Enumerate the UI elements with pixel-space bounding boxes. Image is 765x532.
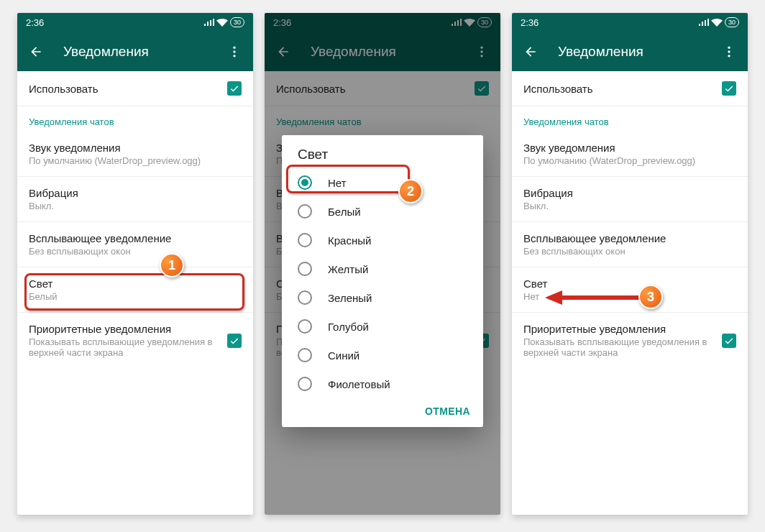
status-icons: 30 bbox=[699, 17, 739, 27]
option-label: Белый bbox=[328, 206, 361, 218]
option-label: Голубой bbox=[328, 321, 369, 333]
light-option-violet[interactable]: Фиолетовый bbox=[282, 370, 483, 398]
status-bar: 2:36 30 bbox=[512, 13, 748, 32]
option-label: Синий bbox=[328, 349, 359, 362]
svg-point-7 bbox=[728, 50, 730, 52]
row-vibration[interactable]: Вибрация Выкл. bbox=[512, 177, 748, 222]
phone-screen-2: 2:36 30 Уведомления Использовать Уведомл… bbox=[265, 13, 500, 515]
light-value: Нет bbox=[523, 291, 736, 302]
page-title: Уведомления bbox=[558, 44, 722, 60]
row-use-notifications[interactable]: Использовать bbox=[17, 71, 253, 106]
priority-checkbox[interactable] bbox=[227, 334, 242, 348]
more-menu-button[interactable] bbox=[722, 45, 736, 59]
use-checkbox[interactable] bbox=[227, 81, 242, 96]
app-bar: Уведомления bbox=[512, 32, 748, 71]
option-label: Желтый bbox=[328, 263, 368, 275]
back-button[interactable] bbox=[29, 45, 43, 59]
priority-label: Приоритетные уведомления bbox=[29, 323, 227, 335]
phone-screen-3: 2:36 30 Уведомления Использовать Уведомл… bbox=[512, 13, 748, 515]
light-option-lightblue[interactable]: Голубой bbox=[282, 312, 483, 341]
svg-point-2 bbox=[233, 55, 235, 57]
section-chat-notifications: Уведомления чатов bbox=[512, 106, 748, 132]
vibration-value: Выкл. bbox=[523, 201, 736, 211]
check-icon bbox=[724, 336, 734, 346]
radio-icon bbox=[298, 348, 312, 362]
radio-icon bbox=[298, 377, 312, 391]
light-dialog: Свет Нет Белый Красный Желтый Зеленый Го… bbox=[282, 135, 483, 427]
settings-list: Использовать Уведомления чатов Звук увед… bbox=[17, 71, 253, 368]
phone-screen-1: 2:36 30 Уведомления Использовать Уведомл… bbox=[17, 13, 253, 515]
row-light[interactable]: Свет Нет bbox=[512, 267, 748, 313]
sound-label: Звук уведомления bbox=[29, 142, 242, 154]
row-priority[interactable]: Приоритетные уведомления Показывать вспл… bbox=[17, 313, 253, 368]
popup-label: Всплывающее уведомление bbox=[29, 232, 242, 244]
row-popup[interactable]: Всплывающее уведомление Без всплывающих … bbox=[512, 222, 748, 267]
light-option-white[interactable]: Белый bbox=[282, 197, 483, 226]
vibration-label: Вибрация bbox=[523, 187, 736, 199]
check-icon bbox=[724, 83, 734, 93]
option-label: Нет bbox=[328, 177, 347, 189]
popup-label: Всплывающее уведомление bbox=[523, 232, 736, 244]
battery-icon: 30 bbox=[230, 17, 244, 27]
light-label: Свет bbox=[29, 278, 242, 290]
radio-icon bbox=[298, 175, 312, 190]
radio-icon bbox=[298, 262, 312, 276]
svg-point-8 bbox=[728, 55, 730, 57]
svg-point-1 bbox=[233, 50, 235, 52]
signal-icon bbox=[699, 19, 709, 26]
option-label: Фиолетовый bbox=[328, 378, 390, 390]
section-chat-notifications: Уведомления чатов bbox=[17, 106, 253, 132]
radio-icon bbox=[298, 319, 312, 334]
wifi-icon bbox=[711, 19, 723, 27]
radio-icon bbox=[298, 233, 312, 247]
option-label: Зеленый bbox=[328, 292, 372, 304]
more-menu-button[interactable] bbox=[227, 45, 242, 59]
row-notification-sound[interactable]: Звук уведомления По умолчанию (WaterDrop… bbox=[17, 132, 253, 177]
status-time: 2:36 bbox=[521, 17, 699, 28]
status-time: 2:36 bbox=[26, 17, 204, 28]
row-notification-sound[interactable]: Звук уведомления По умолчанию (WaterDrop… bbox=[512, 132, 748, 177]
app-bar: Уведомления bbox=[17, 32, 253, 71]
back-button[interactable] bbox=[523, 45, 538, 59]
row-light[interactable]: Свет Белый bbox=[17, 267, 253, 313]
option-label: Красный bbox=[328, 234, 371, 247]
popup-value: Без всплывающих окон bbox=[29, 246, 242, 257]
use-label: Использовать bbox=[523, 83, 722, 95]
vibration-label: Вибрация bbox=[29, 187, 242, 199]
sound-label: Звук уведомления bbox=[523, 142, 736, 154]
use-label: Использовать bbox=[29, 83, 227, 95]
page-title: Уведомления bbox=[63, 44, 227, 60]
radio-icon bbox=[298, 290, 312, 305]
svg-point-0 bbox=[233, 46, 235, 48]
light-label: Свет bbox=[523, 278, 736, 290]
light-option-blue[interactable]: Синий bbox=[282, 341, 483, 370]
wifi-icon bbox=[216, 19, 228, 27]
popup-value: Без всплывающих окон bbox=[523, 246, 736, 257]
row-use-notifications[interactable]: Использовать bbox=[512, 71, 748, 106]
row-vibration[interactable]: Вибрация Выкл. bbox=[17, 177, 253, 222]
light-option-green[interactable]: Зеленый bbox=[282, 283, 483, 312]
radio-icon bbox=[298, 204, 312, 219]
status-icons: 30 bbox=[204, 17, 244, 27]
check-icon bbox=[229, 83, 239, 93]
row-priority[interactable]: Приоритетные уведомления Показывать вспл… bbox=[512, 313, 748, 368]
use-checkbox[interactable] bbox=[722, 81, 736, 96]
priority-value: Показывать всплывающие уведомления в вер… bbox=[523, 336, 722, 358]
dialog-title: Свет bbox=[282, 147, 483, 168]
check-icon bbox=[229, 336, 239, 346]
dialog-cancel-button[interactable]: ОТМЕНА bbox=[425, 405, 470, 417]
light-value: Белый bbox=[29, 291, 242, 302]
settings-list: Использовать Уведомления чатов Звук увед… bbox=[512, 71, 748, 368]
priority-checkbox[interactable] bbox=[722, 334, 736, 348]
sound-value: По умолчанию (WaterDrop_preview.ogg) bbox=[29, 155, 242, 166]
light-option-yellow[interactable]: Желтый bbox=[282, 254, 483, 283]
priority-value: Показывать всплывающие уведомления в вер… bbox=[29, 336, 227, 358]
vibration-value: Выкл. bbox=[29, 201, 242, 211]
light-option-none[interactable]: Нет bbox=[282, 168, 483, 197]
light-option-red[interactable]: Красный bbox=[282, 226, 483, 254]
sound-value: По умолчанию (WaterDrop_preview.ogg) bbox=[523, 155, 736, 166]
battery-icon: 30 bbox=[725, 17, 739, 27]
row-popup[interactable]: Всплывающее уведомление Без всплывающих … bbox=[17, 222, 253, 267]
signal-icon bbox=[204, 19, 214, 26]
status-bar: 2:36 30 bbox=[17, 13, 253, 32]
